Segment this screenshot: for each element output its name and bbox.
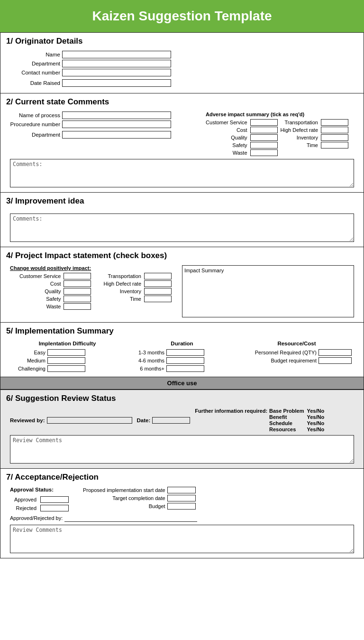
procedure-input[interactable] xyxy=(62,121,171,128)
s5-medium-input[interactable] xyxy=(47,357,85,364)
adverse-input-2a[interactable] xyxy=(250,134,278,141)
section-2-title: 2/ Current state Comments xyxy=(0,93,364,109)
impact-label-4a: Waste xyxy=(10,304,62,309)
impact-summary-label: Impact Summary xyxy=(184,268,352,273)
name-input[interactable] xyxy=(62,51,171,58)
further-label: Further information required: xyxy=(195,408,267,414)
s2-dept-input[interactable] xyxy=(62,131,171,139)
s5-4-6-input[interactable] xyxy=(166,357,204,364)
adverse-input-2b[interactable] xyxy=(321,134,348,141)
contact-input[interactable] xyxy=(62,69,171,76)
section-7-content: Approval Status: Approved Rejected Propo… xyxy=(0,484,364,558)
adverse-input-3b[interactable] xyxy=(321,142,348,148)
target-input[interactable] xyxy=(167,495,196,501)
further-benefit-label: Benefit xyxy=(269,414,304,420)
adverse-input-1a[interactable] xyxy=(250,127,278,133)
name-label: Name xyxy=(10,52,62,57)
proposed-input[interactable] xyxy=(167,487,196,493)
procedure-label: Procuredure number xyxy=(10,121,62,127)
section-4-title: 4/ Project Impact statement (check boxes… xyxy=(0,247,364,262)
s4-left: Change would positively impact: Customer… xyxy=(10,265,177,310)
approved-input[interactable] xyxy=(40,496,69,503)
adverse-input-3a[interactable] xyxy=(250,142,278,148)
s2-dept-row: Department xyxy=(10,131,201,139)
date-input[interactable] xyxy=(62,79,171,87)
impact-input-3b[interactable] xyxy=(144,296,172,302)
s5-4-6-label: 4-6 months xyxy=(127,358,164,363)
impact-input-4a[interactable] xyxy=(64,303,91,310)
impact-summary-box[interactable]: Impact Summary xyxy=(182,265,354,317)
impact-label-2a: Quality xyxy=(10,288,62,294)
adverse-input-0a[interactable] xyxy=(250,119,278,126)
s5-budget-input[interactable] xyxy=(318,357,352,364)
adverse-input-0b[interactable] xyxy=(321,119,348,126)
impact-input-3a[interactable] xyxy=(64,296,91,302)
department-row: Department xyxy=(10,60,354,67)
office-use-banner: Office use xyxy=(0,377,364,390)
s5-6plus-input[interactable] xyxy=(166,365,204,372)
s5-body: Easy Medium Challenging 1-3 months xyxy=(10,349,354,372)
rejected-label: Rejected xyxy=(10,505,38,511)
s5-1-3-input[interactable] xyxy=(166,349,204,356)
s7-left: Approval Status: Approved Rejected xyxy=(10,487,69,511)
date-label: Date Raised xyxy=(10,80,62,86)
section-4-content: Change would positively impact: Customer… xyxy=(0,262,364,322)
section-3-title: 3/ Improvement idea xyxy=(0,193,364,208)
adverse-label-3: Safety xyxy=(206,142,248,148)
further-benefit-yn: Yes/No xyxy=(307,414,324,420)
s5-6plus-row: 6 months+ xyxy=(127,365,236,372)
section-2-current-state: 2/ Current state Comments Name of proces… xyxy=(0,93,364,193)
s5-col3-header: Resource/Cost xyxy=(239,341,354,346)
impact-input-0a[interactable] xyxy=(64,273,91,279)
process-input[interactable] xyxy=(62,111,171,119)
s3-comments-textarea[interactable]: Comments: xyxy=(10,213,354,242)
s5-challenging-label: Challenging xyxy=(12,366,46,371)
section-6-review: 6/ Suggestion Review Status Reviewed by:… xyxy=(0,390,364,469)
s2-comments-textarea[interactable]: Comments: xyxy=(10,159,354,187)
s5-personnel-input[interactable] xyxy=(318,349,352,356)
target-label: Target completion date xyxy=(112,495,165,501)
adverse-title: Adverse impact summary (tick as req'd) xyxy=(206,111,354,117)
s5-6plus-label: 6 months+ xyxy=(127,366,164,371)
date-label: Date: xyxy=(137,417,151,423)
s5-easy-input[interactable] xyxy=(47,349,85,356)
s5-budget-row: Budget requirement xyxy=(241,357,352,364)
s6-row1: Reviewed by: Date: Further information r… xyxy=(10,408,354,432)
s6-date-group: Date: xyxy=(137,417,191,424)
proposed-row: Proposed implementation start date xyxy=(83,487,196,493)
section-6-title: 6/ Suggestion Review Status xyxy=(0,390,364,405)
impact-input-2b[interactable] xyxy=(144,288,172,295)
adverse-input-1b[interactable] xyxy=(321,127,348,133)
s5-personnel-label: Personnel Required (QTY) xyxy=(241,350,317,355)
adverse-input-4a[interactable] xyxy=(250,149,278,156)
impact-input-0b[interactable] xyxy=(144,273,172,279)
s7-layout: Approval Status: Approved Rejected Propo… xyxy=(10,487,354,511)
impact-input-2a[interactable] xyxy=(64,288,91,295)
s6-review-comments-textarea[interactable]: Review Comments xyxy=(10,435,354,464)
impact-label-2b: Inventory xyxy=(94,288,142,294)
s2-layout: Name of process Procuredure number Depar… xyxy=(10,111,354,156)
budget-row: Budget xyxy=(83,503,196,510)
s5-col1: Easy Medium Challenging xyxy=(10,349,124,372)
impact-label-3b: Time xyxy=(94,296,142,302)
department-input[interactable] xyxy=(62,60,171,67)
further-base-yn: Yes/No xyxy=(307,408,324,414)
s5-budget-label: Budget requirement xyxy=(241,358,317,363)
adverse-label-1b: High Defect rate xyxy=(281,127,319,133)
budget-input[interactable] xyxy=(167,503,196,510)
impact-input-1b[interactable] xyxy=(144,280,172,287)
further-base-label: Base Problem xyxy=(269,408,304,414)
date-input-s6[interactable] xyxy=(152,417,190,424)
impact-label-3a: Safety xyxy=(10,296,62,302)
reviewed-by-input[interactable] xyxy=(47,417,132,424)
section-5-implementation: 5/ Implementation Summary Implentation D… xyxy=(0,323,364,377)
approved-by-input[interactable] xyxy=(64,514,197,522)
section-3-content: Comments: xyxy=(0,208,364,247)
impact-input-1a[interactable] xyxy=(64,280,91,287)
s7-review-comments-textarea[interactable]: Review Comments xyxy=(10,525,354,553)
s6-further-group: Further information required: Base Probl… xyxy=(195,408,324,432)
s5-challenging-input[interactable] xyxy=(47,365,85,372)
adverse-label-3b: Time xyxy=(281,142,319,148)
office-use-label: Office use xyxy=(167,380,197,387)
rejected-input[interactable] xyxy=(40,505,69,511)
